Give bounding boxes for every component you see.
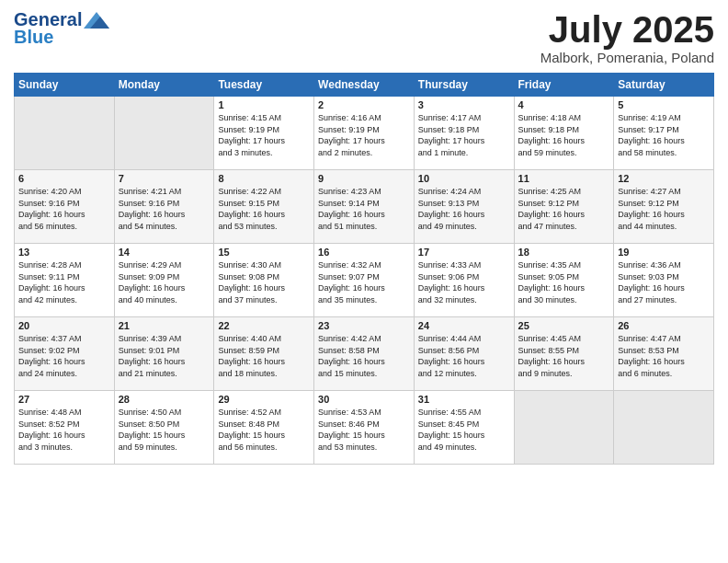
calendar-cell: 23Sunrise: 4:42 AM Sunset: 8:58 PM Dayli…: [314, 317, 415, 391]
calendar-cell: 10Sunrise: 4:24 AM Sunset: 9:13 PM Dayli…: [414, 170, 514, 244]
day-number: 19: [618, 247, 710, 258]
day-info: Sunrise: 4:20 AM Sunset: 9:16 PM Dayligh…: [18, 186, 110, 232]
day-number: 17: [418, 247, 510, 258]
day-number: 23: [318, 320, 410, 331]
calendar-cell: 8Sunrise: 4:22 AM Sunset: 9:15 PM Daylig…: [214, 170, 314, 244]
calendar-cell: 9Sunrise: 4:23 AM Sunset: 9:14 PM Daylig…: [314, 170, 415, 244]
calendar-cell: 15Sunrise: 4:30 AM Sunset: 9:08 PM Dayli…: [214, 244, 314, 317]
calendar-cell: [114, 97, 214, 170]
page: General Blue July 2025 Malbork, Pomerani…: [0, 0, 728, 563]
day-info: Sunrise: 4:23 AM Sunset: 9:14 PM Dayligh…: [318, 186, 410, 232]
day-info: Sunrise: 4:30 AM Sunset: 9:08 PM Dayligh…: [218, 259, 310, 305]
col-header-saturday: Saturday: [614, 74, 714, 97]
day-number: 28: [119, 394, 210, 405]
calendar-cell: 14Sunrise: 4:29 AM Sunset: 9:09 PM Dayli…: [114, 244, 214, 317]
calendar-cell: 20Sunrise: 4:37 AM Sunset: 9:02 PM Dayli…: [15, 317, 115, 391]
day-number: 5: [618, 99, 710, 110]
day-number: 13: [18, 247, 110, 258]
calendar-cell: 26Sunrise: 4:47 AM Sunset: 8:53 PM Dayli…: [614, 317, 714, 391]
day-number: 21: [119, 320, 210, 331]
day-number: 9: [318, 173, 410, 184]
day-number: 20: [18, 320, 110, 331]
calendar-cell: 24Sunrise: 4:44 AM Sunset: 8:56 PM Dayli…: [414, 317, 514, 391]
col-header-tuesday: Tuesday: [214, 74, 314, 97]
day-info: Sunrise: 4:25 AM Sunset: 9:12 PM Dayligh…: [518, 186, 610, 232]
day-info: Sunrise: 4:21 AM Sunset: 9:16 PM Dayligh…: [119, 186, 210, 232]
day-number: 15: [218, 247, 310, 258]
day-number: 2: [318, 99, 410, 110]
logo-icon: [84, 12, 109, 29]
day-info: Sunrise: 4:24 AM Sunset: 9:13 PM Dayligh…: [418, 186, 510, 232]
day-info: Sunrise: 4:29 AM Sunset: 9:09 PM Dayligh…: [119, 259, 210, 305]
calendar-cell: 28Sunrise: 4:50 AM Sunset: 8:50 PM Dayli…: [114, 391, 214, 465]
calendar-cell: 12Sunrise: 4:27 AM Sunset: 9:12 PM Dayli…: [614, 170, 714, 244]
header-row: SundayMondayTuesdayWednesdayThursdayFrid…: [15, 74, 714, 97]
day-info: Sunrise: 4:44 AM Sunset: 8:56 PM Dayligh…: [418, 333, 510, 379]
day-info: Sunrise: 4:16 AM Sunset: 9:19 PM Dayligh…: [318, 112, 410, 158]
month-title: July 2025: [540, 9, 714, 50]
calendar-cell: 1Sunrise: 4:15 AM Sunset: 9:19 PM Daylig…: [214, 97, 314, 170]
day-number: 27: [18, 394, 110, 405]
calendar-cell: [15, 97, 115, 170]
day-info: Sunrise: 4:53 AM Sunset: 8:46 PM Dayligh…: [318, 407, 410, 453]
week-row-4: 20Sunrise: 4:37 AM Sunset: 9:02 PM Dayli…: [15, 317, 714, 391]
calendar-cell: 5Sunrise: 4:19 AM Sunset: 9:17 PM Daylig…: [614, 97, 714, 170]
day-number: 25: [518, 320, 610, 331]
calendar-cell: 13Sunrise: 4:28 AM Sunset: 9:11 PM Dayli…: [15, 244, 115, 317]
calendar-cell: 18Sunrise: 4:35 AM Sunset: 9:05 PM Dayli…: [514, 244, 614, 317]
day-info: Sunrise: 4:27 AM Sunset: 9:12 PM Dayligh…: [618, 186, 710, 232]
calendar-cell: 29Sunrise: 4:52 AM Sunset: 8:48 PM Dayli…: [214, 391, 314, 465]
week-row-1: 1Sunrise: 4:15 AM Sunset: 9:19 PM Daylig…: [15, 97, 714, 170]
day-info: Sunrise: 4:47 AM Sunset: 8:53 PM Dayligh…: [618, 333, 710, 379]
day-info: Sunrise: 4:28 AM Sunset: 9:11 PM Dayligh…: [18, 259, 110, 305]
day-number: 7: [119, 173, 210, 184]
logo-blue: Blue: [14, 27, 53, 48]
location-title: Malbork, Pomerania, Poland: [540, 50, 714, 65]
calendar-cell: 2Sunrise: 4:16 AM Sunset: 9:19 PM Daylig…: [314, 97, 415, 170]
day-number: 31: [418, 394, 510, 405]
calendar-cell: 27Sunrise: 4:48 AM Sunset: 8:52 PM Dayli…: [15, 391, 115, 465]
day-info: Sunrise: 4:33 AM Sunset: 9:06 PM Dayligh…: [418, 259, 510, 305]
day-number: 30: [318, 394, 410, 405]
day-number: 18: [518, 247, 610, 258]
day-info: Sunrise: 4:36 AM Sunset: 9:03 PM Dayligh…: [618, 259, 710, 305]
calendar-table: SundayMondayTuesdayWednesdayThursdayFrid…: [14, 73, 714, 465]
day-info: Sunrise: 4:22 AM Sunset: 9:15 PM Dayligh…: [218, 186, 310, 232]
day-info: Sunrise: 4:45 AM Sunset: 8:55 PM Dayligh…: [518, 333, 610, 379]
day-number: 6: [18, 173, 110, 184]
day-info: Sunrise: 4:17 AM Sunset: 9:18 PM Dayligh…: [418, 112, 510, 158]
day-info: Sunrise: 4:18 AM Sunset: 9:18 PM Dayligh…: [518, 112, 610, 158]
day-info: Sunrise: 4:19 AM Sunset: 9:17 PM Dayligh…: [618, 112, 710, 158]
calendar-cell: 3Sunrise: 4:17 AM Sunset: 9:18 PM Daylig…: [414, 97, 514, 170]
day-number: 10: [418, 173, 510, 184]
day-number: 16: [318, 247, 410, 258]
day-info: Sunrise: 4:15 AM Sunset: 9:19 PM Dayligh…: [218, 112, 310, 158]
day-info: Sunrise: 4:42 AM Sunset: 8:58 PM Dayligh…: [318, 333, 410, 379]
day-info: Sunrise: 4:48 AM Sunset: 8:52 PM Dayligh…: [18, 407, 110, 453]
calendar-cell: [514, 391, 614, 465]
day-info: Sunrise: 4:40 AM Sunset: 8:59 PM Dayligh…: [218, 333, 310, 379]
day-number: 1: [218, 99, 310, 110]
week-row-3: 13Sunrise: 4:28 AM Sunset: 9:11 PM Dayli…: [15, 244, 714, 317]
day-number: 4: [518, 99, 610, 110]
day-number: 3: [418, 99, 510, 110]
week-row-5: 27Sunrise: 4:48 AM Sunset: 8:52 PM Dayli…: [15, 391, 714, 465]
day-number: 24: [418, 320, 510, 331]
calendar-cell: 11Sunrise: 4:25 AM Sunset: 9:12 PM Dayli…: [514, 170, 614, 244]
calendar-cell: 21Sunrise: 4:39 AM Sunset: 9:01 PM Dayli…: [114, 317, 214, 391]
calendar-cell: 25Sunrise: 4:45 AM Sunset: 8:55 PM Dayli…: [514, 317, 614, 391]
day-number: 11: [518, 173, 610, 184]
calendar-cell: 6Sunrise: 4:20 AM Sunset: 9:16 PM Daylig…: [15, 170, 115, 244]
day-info: Sunrise: 4:32 AM Sunset: 9:07 PM Dayligh…: [318, 259, 410, 305]
day-number: 12: [618, 173, 710, 184]
logo: General Blue: [14, 9, 109, 48]
calendar-cell: 22Sunrise: 4:40 AM Sunset: 8:59 PM Dayli…: [214, 317, 314, 391]
day-number: 14: [119, 247, 210, 258]
calendar-cell: 17Sunrise: 4:33 AM Sunset: 9:06 PM Dayli…: [414, 244, 514, 317]
calendar-cell: [614, 391, 714, 465]
day-info: Sunrise: 4:35 AM Sunset: 9:05 PM Dayligh…: [518, 259, 610, 305]
day-info: Sunrise: 4:39 AM Sunset: 9:01 PM Dayligh…: [119, 333, 210, 379]
title-block: July 2025 Malbork, Pomerania, Poland: [540, 9, 714, 65]
col-header-monday: Monday: [114, 74, 214, 97]
day-number: 29: [218, 394, 310, 405]
